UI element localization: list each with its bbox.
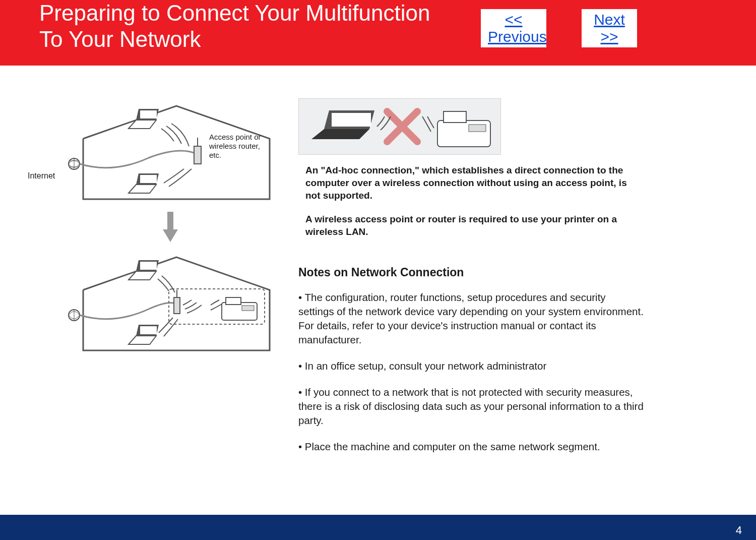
page-number: 4 <box>736 524 742 537</box>
notes-heading: Notes on Network Connection <box>298 266 644 279</box>
diagram-infrastructure-after <box>68 250 272 358</box>
svg-rect-16 <box>242 306 254 311</box>
svg-rect-25 <box>332 113 371 127</box>
footer-bar: 4 <box>0 515 756 540</box>
arrow-down-icon <box>163 212 178 242</box>
requirement-note: A wireless access point or router is req… <box>305 213 638 238</box>
right-text-column: An "Ad-hoc connection," which establishe… <box>298 98 644 466</box>
svg-marker-23 <box>311 129 369 139</box>
svg-rect-29 <box>444 111 466 123</box>
next-button[interactable]: Next >> <box>582 9 637 47</box>
svg-rect-8 <box>140 175 157 183</box>
bullet-2: • In an office setup, consult your netwo… <box>298 359 644 373</box>
bullet-3: • If you connect to a network that is no… <box>298 385 644 428</box>
bullet-1: • The configuration, router functions, s… <box>298 290 644 347</box>
previous-button[interactable]: << Previous <box>481 9 546 47</box>
page-title: Preparing to Connect Your Multifunction … <box>39 0 430 52</box>
access-point-label: Access point or wireless router, etc. <box>209 133 272 160</box>
internet-label: Internet <box>28 171 55 181</box>
diagram-adhoc-not-supported <box>298 98 501 155</box>
adhoc-x-icon <box>299 99 500 154</box>
title-line1: Preparing to Connect Your Multifunction <box>39 1 430 25</box>
diagram-infrastructure-before: Internet Access point or wireless router… <box>68 98 272 207</box>
svg-rect-19 <box>140 262 157 270</box>
svg-marker-20 <box>129 336 156 344</box>
svg-marker-9 <box>163 212 178 242</box>
svg-rect-1 <box>194 146 201 164</box>
left-diagram-column: Internet Access point or wireless router… <box>68 98 272 358</box>
bullet-4: • Place the machine and computer on the … <box>298 440 644 454</box>
house-printer-icon <box>68 250 272 358</box>
svg-rect-22 <box>140 326 157 334</box>
svg-marker-6 <box>129 185 156 193</box>
svg-rect-30 <box>469 125 486 132</box>
svg-rect-12 <box>174 297 180 314</box>
page: Preparing to Connect Your Multifunction … <box>0 0 756 540</box>
header: Preparing to Connect Your Multifunction … <box>0 0 756 66</box>
svg-rect-14 <box>222 303 257 320</box>
title-line2: To Your Network <box>39 27 201 51</box>
notes-bullets: • The configuration, router functions, s… <box>298 290 644 454</box>
svg-rect-15 <box>226 297 241 305</box>
svg-rect-5 <box>140 110 157 118</box>
content-body: Internet Access point or wireless router… <box>0 66 756 515</box>
adhoc-note: An "Ad-hoc connection," which establishe… <box>305 164 638 202</box>
